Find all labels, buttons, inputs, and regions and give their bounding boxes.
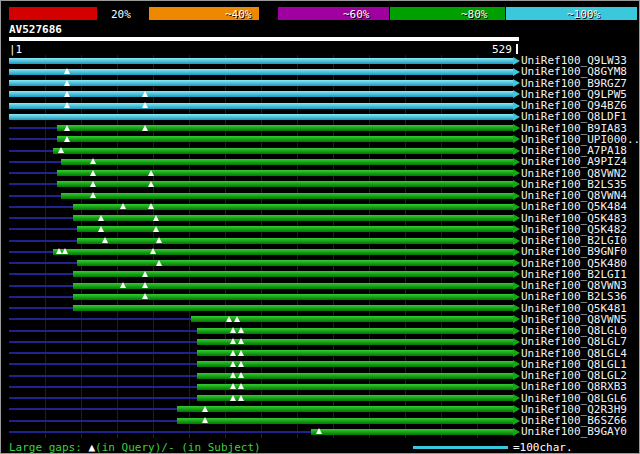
hit-arrow-icon	[513, 124, 520, 132]
alignment-row: UniRef100_B9GNF0	[1, 246, 640, 257]
hit-bar[interactable]	[177, 406, 513, 412]
uncovered-query-line	[9, 195, 61, 197]
ruler: |1 529	[1, 43, 640, 54]
hit-bar[interactable]	[77, 260, 513, 266]
hit-arrow-icon	[513, 282, 520, 290]
hit-label[interactable]: UniRef100_B9GAY0	[521, 426, 627, 437]
uncovered-query-line	[9, 296, 73, 298]
key-label: ~60%	[343, 8, 370, 21]
uncovered-query-line	[9, 408, 177, 410]
hit-arrow-icon	[513, 237, 520, 245]
hit-bar[interactable]	[9, 91, 513, 97]
gap-marker-icon	[238, 350, 244, 356]
hit-arrow-icon	[513, 270, 520, 278]
hit-bar[interactable]	[197, 373, 513, 379]
hit-bar[interactable]	[177, 418, 513, 424]
hit-arrow-icon	[513, 293, 520, 301]
hit-arrow-icon	[513, 158, 520, 166]
uncovered-query-line	[9, 431, 311, 433]
alignment-row: UniRef100_B2LS36	[1, 291, 640, 302]
hit-arrow-icon	[513, 68, 520, 76]
uncovered-query-line	[9, 240, 77, 242]
hit-bar[interactable]	[77, 238, 513, 244]
hit-bar[interactable]	[197, 339, 513, 345]
hit-arrow-icon	[513, 259, 520, 267]
gap-marker-icon	[238, 361, 244, 367]
hit-bar[interactable]	[61, 193, 513, 199]
hit-label[interactable]: UniRef100_Q5K484	[521, 201, 627, 212]
hit-bar[interactable]	[197, 350, 513, 356]
hit-bar[interactable]	[57, 170, 513, 176]
hit-bar[interactable]	[57, 125, 513, 131]
hit-label[interactable]: UniRef100_Q8LGL7	[521, 336, 627, 347]
blast-graphic-summary: 20%~40%~60%~80%~100% AV527686 |1 529 Uni…	[0, 0, 640, 454]
hit-arrow-icon	[513, 417, 520, 425]
hit-arrow-icon	[513, 214, 520, 222]
hit-arrow-icon	[513, 79, 520, 87]
hit-bar[interactable]	[311, 429, 513, 435]
hit-arrow-icon	[513, 135, 520, 143]
gap-marker-icon	[202, 417, 208, 423]
alignment-row: UniRef100_Q8LGL7	[1, 336, 640, 347]
hit-bar[interactable]	[73, 283, 513, 289]
gap-marker-icon	[148, 170, 154, 176]
hit-arrow-icon	[513, 372, 520, 380]
hit-arrow-icon	[513, 192, 520, 200]
hit-bar[interactable]	[9, 69, 513, 75]
gap-marker-icon	[238, 327, 244, 333]
gap-marker-icon	[156, 260, 162, 266]
gap-marker-icon	[230, 338, 236, 344]
hit-arrow-icon	[513, 327, 520, 335]
hit-label[interactable]: UniRef100_Q8RXB3	[521, 381, 627, 392]
gaps-note-suffix: (in Query)/- (in Subject)	[95, 441, 261, 454]
gaps-note-prefix: Large gaps:	[9, 441, 88, 454]
hit-bar[interactable]	[73, 305, 513, 311]
gap-marker-icon	[153, 215, 159, 221]
uncovered-query-line	[9, 318, 191, 320]
key-label: 20%	[111, 8, 131, 21]
hit-bar[interactable]	[73, 294, 513, 300]
alignment-row: UniRef100_Q8RXB3	[1, 381, 640, 392]
hit-bar[interactable]	[57, 136, 513, 142]
gap-marker-icon	[230, 383, 236, 389]
hit-bar[interactable]	[9, 80, 513, 86]
gap-marker-icon	[230, 372, 236, 378]
hit-label[interactable]: UniRef100_Q8GYM8	[521, 66, 627, 77]
hit-bar[interactable]	[197, 361, 513, 367]
gap-marker-icon	[64, 136, 70, 142]
hit-bar[interactable]	[53, 249, 513, 255]
hit-label[interactable]: UniRef100_Q8LDF1	[521, 111, 627, 122]
uncovered-query-line	[9, 183, 57, 185]
hit-arrow-icon	[513, 428, 520, 436]
alignment-row: UniRef100_Q8LDF1	[1, 111, 640, 122]
hit-bar[interactable]	[53, 148, 513, 154]
uncovered-query-line	[9, 397, 197, 399]
hit-bar[interactable]	[73, 204, 513, 210]
hit-bar[interactable]	[197, 328, 513, 334]
uncovered-query-line	[9, 251, 53, 253]
hit-bar[interactable]	[9, 103, 513, 109]
gap-marker-icon	[153, 226, 159, 232]
gap-marker-icon	[64, 91, 70, 97]
hit-bar[interactable]	[73, 271, 513, 277]
gap-marker-icon	[238, 338, 244, 344]
legend-scale-line	[413, 446, 508, 449]
footer: Large gaps: ▲(in Query)/- (in Subject) =…	[1, 441, 640, 454]
hit-bar[interactable]	[73, 215, 513, 221]
alignment-row: UniRef100_A9PIZ4	[1, 156, 640, 167]
uncovered-query-line	[9, 307, 73, 309]
hit-bar[interactable]	[61, 159, 513, 165]
gap-marker-icon	[142, 293, 148, 299]
uncovered-query-line	[9, 285, 73, 287]
hit-bar[interactable]	[77, 226, 513, 232]
gap-marker-icon	[98, 215, 104, 221]
hit-bar[interactable]	[9, 114, 513, 120]
gap-marker-icon	[62, 248, 68, 254]
hit-label[interactable]: UniRef100_B2LS36	[521, 291, 627, 302]
hit-label[interactable]: UniRef100_A9PIZ4	[521, 156, 627, 167]
hit-bar[interactable]	[57, 181, 513, 187]
hit-label[interactable]: UniRef100_B9GNF0	[521, 246, 627, 257]
hit-bar[interactable]	[9, 58, 513, 64]
hit-bar[interactable]	[197, 395, 513, 401]
hit-bar[interactable]	[197, 384, 513, 390]
